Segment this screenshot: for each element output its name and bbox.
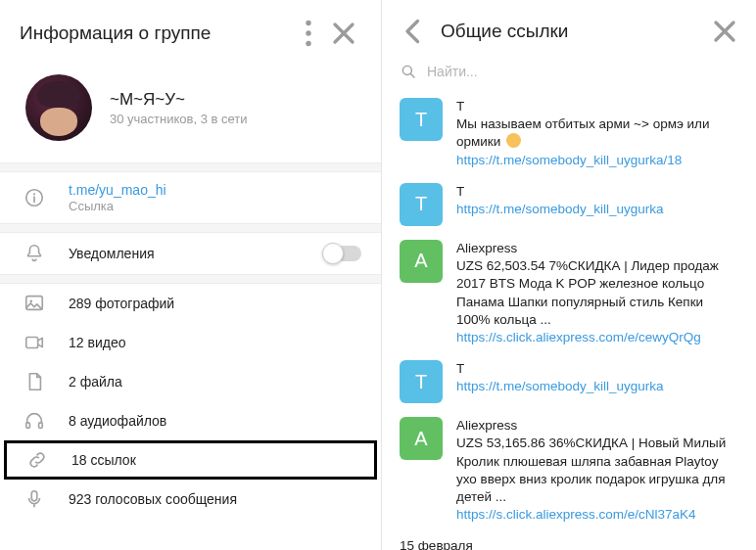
link-title: Aliexpress [456,417,738,435]
link-url[interactable]: https://t.me/somebody_kill_uygurka [456,378,738,395]
divider [0,162,381,172]
svg-point-6 [30,299,33,302]
link-thumb: A [400,240,443,283]
media-label: 12 видео [69,335,125,350]
link-thumb: T [400,98,443,141]
video-icon [24,332,45,353]
link-item[interactable]: AAliexpressUZS 53,165.86 36%СКИДКА | Нов… [382,409,756,529]
headphones-icon [24,410,45,432]
search-input[interactable] [427,64,738,79]
close-icon[interactable] [707,14,742,49]
media-voice[interactable]: 923 голосовых сообщения [0,480,381,519]
notifications-toggle[interactable] [324,246,361,261]
media-audio[interactable]: 8 аудиофайлов [0,401,381,440]
date-label: 15 февраля [382,530,756,551]
media-label: 289 фотографий [69,296,174,311]
link-item[interactable]: TThttps://t.me/somebody_kill_uygurka [382,175,756,232]
close-icon[interactable] [326,16,361,51]
link-title: T [456,98,738,115]
group-link: t.me/yu_mao_hi [69,182,361,198]
media-label: 2 файла [69,374,122,390]
link-thumb: A [400,417,443,460]
search-icon [400,63,417,80]
info-icon [24,187,45,208]
svg-point-4 [33,193,35,195]
media-label: 8 аудиофайлов [69,413,166,429]
link-url[interactable]: https://s.click.aliexpress.com/e/cewyQrQ… [456,329,738,346]
media-videos[interactable]: 12 видео [0,323,381,362]
media-photos[interactable]: 289 фотографий [0,284,381,323]
link-title: Aliexpress [456,240,738,257]
link-title: T [456,360,738,378]
avatar [25,74,92,141]
divider [0,274,381,284]
link-text: UZS 62,503.54 7%СКИДКА | Лидер продаж 20… [456,257,738,329]
link-item[interactable]: TTМы называем отбитых арми ~> ормэ или о… [382,90,756,175]
notifications-label: Уведомления [69,246,301,261]
group-subtitle: 30 участников, 3 в сети [110,112,248,126]
media-label: 923 голосовых сообщения [69,491,237,507]
mic-icon [24,488,45,510]
media-files[interactable]: 2 файла [0,362,381,401]
link-icon [26,449,48,471]
media-links[interactable]: 18 ссылок [4,440,377,480]
link-row[interactable]: t.me/yu_mao_hi Ссылка [0,172,381,223]
svg-point-2 [306,41,310,46]
bell-icon [24,243,45,264]
divider [0,223,381,233]
link-text: Мы называем отбитых арми ~> ормэ или орм… [456,115,738,151]
more-icon[interactable] [291,16,326,51]
link-thumb: T [400,183,443,226]
emoji-face [506,133,521,148]
media-label: 18 ссылок [71,452,136,468]
group-name: ~М~Я~У~ [110,90,248,110]
link-url[interactable]: https://s.click.aliexpress.com/e/cNl37aK… [456,506,738,524]
back-icon[interactable] [396,14,431,49]
link-item[interactable]: TThttps://t.me/somebody_kill_uygurka [382,352,756,409]
svg-rect-7 [26,338,38,348]
link-text: UZS 53,165.86 36%СКИДКА | Новый Милый Кр… [456,435,738,506]
notifications-row[interactable]: Уведомления [0,233,381,274]
image-icon [24,293,45,314]
group-link-label: Ссылка [69,199,361,213]
svg-point-1 [306,30,310,35]
link-url[interactable]: https://t.me/somebody_kill_uygurka/18 [456,152,738,169]
file-icon [24,371,45,392]
link-title: T [456,183,738,201]
panel-title: Общие ссылки [441,21,697,42]
link-item[interactable]: AAliexpressUZS 62,503.54 7%СКИДКА | Лиде… [382,232,756,352]
link-url[interactable]: https://t.me/somebody_kill_uygurka [456,201,738,218]
svg-point-0 [306,21,310,25]
page-title: Информация о группе [20,23,291,44]
link-thumb: T [400,360,443,403]
svg-rect-9 [39,423,43,429]
svg-rect-10 [31,491,37,501]
group-profile[interactable]: ~М~Я~У~ 30 участников, 3 в сети [0,61,381,162]
svg-rect-8 [26,423,30,429]
